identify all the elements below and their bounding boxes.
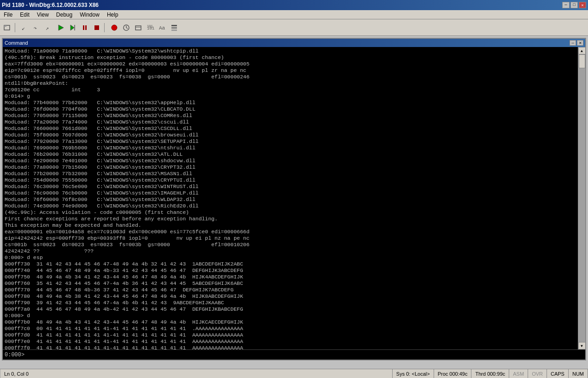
- close-button[interactable]: ✕: [579, 2, 586, 8]
- svg-rect-1: [4, 25, 6, 27]
- title-buttons: ─ □ ✕: [562, 2, 586, 8]
- cmd-output[interactable]: ModLoad: 71a90000 71a98000 C:\WINDOWS\Sy…: [3, 47, 578, 349]
- svg-rect-15: [135, 26, 141, 30]
- menu-file[interactable]: File: [0, 11, 16, 19]
- locals-btn[interactable]: [133, 22, 144, 33]
- memory-btn[interactable]: Aa: [157, 22, 168, 33]
- step-into-btn[interactable]: ↙: [19, 22, 30, 33]
- cmd-content: ModLoad: 71a90000 71a98000 C:\WINDOWS\Sy…: [3, 47, 585, 349]
- svg-rect-9: [85, 25, 87, 30]
- status-thrd: Thrd 000:99c: [471, 369, 509, 378]
- call-stack-btn[interactable]: [169, 22, 180, 33]
- run-btn[interactable]: [55, 22, 66, 33]
- svg-marker-6: [71, 25, 74, 30]
- menu-debug[interactable]: Debug: [53, 11, 76, 19]
- svg-rect-22: [171, 30, 177, 31]
- app-title: Pid 1180 - WinDbg:6.12.0002.633 X86: [2, 2, 99, 8]
- menu-help[interactable]: Help: [103, 11, 122, 19]
- stop-btn[interactable]: [91, 22, 102, 33]
- status-sys: Sys 0: <Local>: [393, 369, 434, 378]
- svg-text:↷: ↷: [34, 25, 37, 32]
- toolbar: ↙ ↷ ↗ 101101 Aa: [0, 19, 588, 36]
- svg-text:↙: ↙: [22, 25, 25, 32]
- status-num: NUM: [569, 369, 588, 378]
- cmd-input-bar: 0:000>: [3, 349, 585, 360]
- toolbar-sep-1: [15, 23, 18, 32]
- toolbar-sep-2: [104, 23, 107, 32]
- svg-text:↗: ↗: [46, 25, 49, 32]
- svg-line-14: [126, 28, 128, 29]
- cmd-title-buttons: ─ ✕: [570, 40, 583, 46]
- registers-btn[interactable]: 101101: [145, 22, 156, 33]
- cmd-minimize-btn[interactable]: ─: [570, 40, 576, 46]
- scroll-up-btn[interactable]: ▲: [578, 47, 586, 54]
- svg-rect-20: [171, 25, 177, 26]
- run-cursor-btn[interactable]: [67, 22, 78, 33]
- status-bar: Ln 0, Col 0 Sys 0: <Local> Proc 000:49c …: [0, 369, 588, 378]
- scroll-track[interactable]: [578, 54, 585, 342]
- title-bar: Pid 1180 - WinDbg:6.12.0002.633 X86 ─ □ …: [0, 0, 588, 10]
- status-proc: Proc 000:49c: [434, 369, 472, 378]
- svg-rect-8: [83, 25, 84, 30]
- status-asm: ASM: [509, 369, 528, 378]
- cmd-input[interactable]: [24, 352, 583, 358]
- svg-marker-5: [59, 25, 64, 30]
- breakpoint-btn[interactable]: [109, 22, 120, 33]
- step-over-btn[interactable]: ↷: [31, 22, 42, 33]
- status-caps: CAPS: [547, 369, 569, 378]
- watch-btn[interactable]: [121, 22, 132, 33]
- svg-rect-21: [171, 27, 177, 29]
- break-btn[interactable]: [79, 22, 90, 33]
- status-ln-col: Ln 0, Col 0: [0, 369, 393, 378]
- maximize-button[interactable]: □: [570, 2, 578, 8]
- cmd-prompt: 0:000>: [5, 352, 24, 358]
- cmd-close-btn[interactable]: ✕: [577, 40, 583, 46]
- svg-point-11: [112, 25, 117, 30]
- svg-text:Aa: Aa: [159, 25, 165, 31]
- open-source-btn[interactable]: [2, 22, 13, 33]
- menu-edit[interactable]: Edit: [16, 11, 33, 19]
- cmd-title-bar: Command ─ ✕: [3, 39, 585, 47]
- command-window: Command ─ ✕ ModLoad: 71a90000 71a98000 C…: [2, 38, 586, 360]
- scroll-thumb[interactable]: [579, 54, 585, 68]
- svg-text:101: 101: [147, 24, 153, 28]
- menu-window[interactable]: Window: [76, 11, 103, 19]
- cmd-scrollbar[interactable]: ▲ ▼: [578, 47, 585, 349]
- status-ovr: OVR: [528, 369, 547, 378]
- cmd-title-label: Command: [5, 40, 28, 46]
- menu-bar: File Edit View Debug Window Help: [0, 10, 588, 19]
- menu-view[interactable]: View: [33, 11, 53, 19]
- minimize-button[interactable]: ─: [562, 2, 570, 8]
- scroll-down-btn[interactable]: ▼: [578, 342, 586, 349]
- step-out-btn[interactable]: ↗: [43, 22, 54, 33]
- svg-rect-10: [94, 25, 99, 30]
